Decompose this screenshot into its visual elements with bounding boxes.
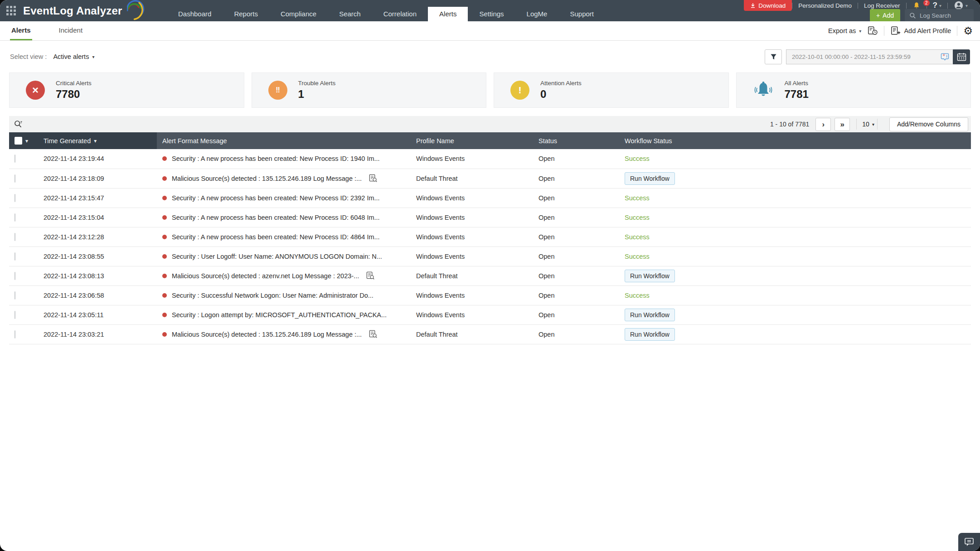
row-profile: Windows Events — [411, 305, 533, 324]
row-workflow: Run Workflow — [619, 169, 971, 188]
summary-cards: × Critical Alerts 7780 !! Trouble Alerts… — [0, 72, 980, 108]
row-checkbox[interactable] — [15, 252, 15, 261]
date-range-input[interactable] — [792, 53, 937, 60]
log-search-input[interactable] — [920, 12, 965, 19]
card-label: Critical Alerts — [56, 80, 92, 87]
workflow-success-text: Success — [625, 214, 650, 221]
view-dropdown[interactable]: Active alerts ▾ — [53, 53, 94, 60]
table-row[interactable]: 2022-11-14 23:05:11 Security : Logon att… — [9, 305, 971, 324]
row-workflow: Success — [619, 149, 971, 169]
row-workflow: Success — [619, 285, 971, 305]
tab-incident[interactable]: Incident — [58, 21, 84, 40]
search-icon — [909, 12, 916, 19]
row-status: Open — [533, 266, 619, 285]
row-checkbox[interactable] — [15, 291, 15, 300]
saved-period-icon[interactable]: * — [941, 53, 949, 61]
row-checkbox[interactable] — [15, 174, 15, 183]
table-search-button[interactable] — [14, 120, 23, 129]
date-range-field[interactable]: * — [786, 49, 953, 64]
row-workflow: Success — [619, 208, 971, 227]
last-page-button[interactable]: » — [834, 118, 850, 131]
run-workflow-button[interactable]: Run Workflow — [625, 270, 675, 282]
page-size-dropdown[interactable]: 10 ▾ — [862, 121, 874, 128]
nav-item-support[interactable]: Support — [558, 7, 605, 21]
log-search-detail-icon[interactable] — [369, 174, 378, 183]
run-workflow-button[interactable]: Run Workflow — [625, 328, 675, 341]
add-button[interactable]: + Add — [870, 9, 900, 22]
workflow-success-text: Success — [625, 253, 650, 260]
nav-item-search[interactable]: Search — [328, 7, 372, 21]
calendar-button[interactable] — [953, 49, 970, 64]
row-checkbox[interactable] — [15, 311, 15, 319]
table-row[interactable]: 2022-11-14 23:19:44 Security : A new pro… — [9, 149, 971, 169]
row-workflow: Success — [619, 188, 971, 208]
nav-item-alerts[interactable]: Alerts — [428, 7, 468, 21]
nav-item-reports[interactable]: Reports — [223, 7, 269, 21]
nav-item-dashboard[interactable]: Dashboard — [167, 7, 223, 21]
log-search-box[interactable] — [905, 9, 974, 22]
log-search-detail-icon[interactable] — [366, 271, 375, 280]
table-row[interactable]: 2022-11-14 23:08:13 Malicious Source(s) … — [9, 266, 971, 285]
next-page-button[interactable]: › — [815, 118, 831, 131]
pagination: 1 - 10 of 7781 › » 10 ▾ Add/Remove Colum… — [770, 117, 968, 131]
row-workflow: Run Workflow — [619, 266, 971, 285]
gear-icon[interactable]: ⚙ — [963, 26, 973, 36]
log-receiver-link[interactable]: Log Receiver — [858, 2, 906, 9]
card-critical-alerts[interactable]: × Critical Alerts 7780 — [9, 72, 244, 108]
log-search-detail-icon[interactable] — [369, 330, 378, 338]
row-message-text: Security : A new process has been create… — [172, 214, 380, 221]
card-all-alerts[interactable]: All Alerts 7781 — [736, 72, 971, 108]
alert-severity-dot-icon — [162, 196, 167, 200]
table-row[interactable]: 2022-11-14 23:18:09 Malicious Source(s) … — [9, 169, 971, 188]
table-row[interactable]: 2022-11-14 23:06:58 Security : Successfu… — [9, 285, 971, 305]
export-schedule-button[interactable] — [867, 26, 878, 36]
table-row[interactable]: 2022-11-14 23:15:47 Security : A new pro… — [9, 188, 971, 208]
row-message-text: Security : User Logoff: User Name: ANONY… — [172, 253, 382, 260]
row-checkbox[interactable] — [15, 272, 15, 280]
row-checkbox[interactable] — [15, 213, 15, 222]
row-checkbox[interactable] — [15, 330, 15, 338]
nav-item-logme[interactable]: LogMe — [515, 7, 559, 21]
filter-funnel-button[interactable] — [765, 49, 782, 64]
download-button[interactable]: Download — [744, 0, 792, 11]
chat-support-button[interactable] — [958, 533, 980, 551]
apps-grid-icon[interactable] — [6, 6, 16, 15]
table-row[interactable]: 2022-11-14 23:08:55 Security : User Logo… — [9, 246, 971, 266]
row-profile: Default Threat — [411, 266, 533, 285]
export-as-dropdown[interactable]: Export as ▾ — [828, 27, 861, 34]
column-header-workflow[interactable]: Workflow Status — [619, 132, 971, 149]
app-title: EventLog Analyzer — [23, 5, 122, 17]
row-time: 2022-11-14 23:12:28 — [38, 227, 157, 246]
notifications-button[interactable]: 2 — [907, 1, 927, 10]
main-nav: Dashboard Reports Compliance Search Corr… — [167, 7, 605, 21]
table-row[interactable]: 2022-11-14 23:15:04 Security : A new pro… — [9, 208, 971, 227]
workflow-success-text: Success — [625, 292, 650, 299]
column-header-time[interactable]: Time Generated ▾ — [38, 132, 157, 149]
card-trouble-alerts[interactable]: !! Trouble Alerts 1 — [252, 72, 487, 108]
row-workflow: Run Workflow — [619, 324, 971, 344]
date-zone: * — [765, 49, 970, 64]
row-status: Open — [533, 208, 619, 227]
table-row[interactable]: 2022-11-14 23:03:21 Malicious Source(s) … — [9, 324, 971, 344]
add-alert-profile-button[interactable]: Add Alert Profile — [890, 26, 951, 36]
run-workflow-button[interactable]: Run Workflow — [625, 309, 675, 321]
alert-severity-dot-icon — [162, 235, 167, 239]
card-attention-alerts[interactable]: ! Attention Alerts 0 — [494, 72, 729, 108]
column-header-message[interactable]: Alert Format Message — [157, 132, 411, 149]
row-checkbox[interactable] — [15, 194, 15, 202]
nav-item-compliance[interactable]: Compliance — [269, 7, 328, 21]
chevron-down-icon[interactable]: ▾ — [25, 138, 28, 144]
table-row[interactable]: 2022-11-14 23:12:28 Security : A new pro… — [9, 227, 971, 246]
row-checkbox[interactable] — [15, 155, 15, 163]
select-all-checkbox[interactable] — [15, 137, 22, 145]
nav-item-correlation[interactable]: Correlation — [372, 7, 428, 21]
add-remove-columns-button[interactable]: Add/Remove Columns — [889, 117, 968, 131]
column-header-profile[interactable]: Profile Name — [411, 132, 533, 149]
tab-alerts[interactable]: Alerts — [10, 21, 32, 40]
nav-item-settings[interactable]: Settings — [468, 7, 515, 21]
personalized-demo-link[interactable]: Personalized Demo — [792, 2, 858, 9]
alert-table-body: 2022-11-14 23:19:44 Security : A new pro… — [9, 149, 971, 344]
run-workflow-button[interactable]: Run Workflow — [625, 172, 675, 185]
row-checkbox[interactable] — [15, 233, 15, 241]
column-header-status[interactable]: Status — [533, 132, 619, 149]
